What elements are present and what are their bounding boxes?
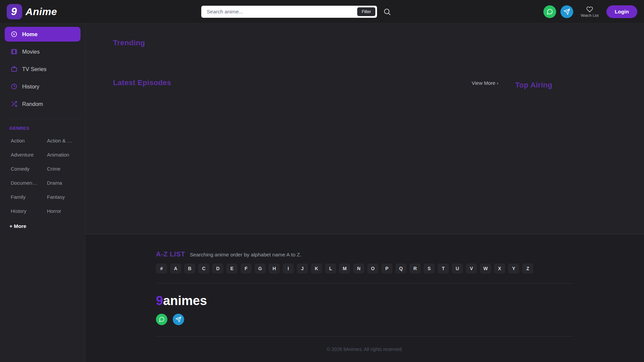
view-more-link[interactable]: View More › xyxy=(472,80,498,86)
az-list-heading: A-Z LIST xyxy=(156,250,185,258)
alphabet-link[interactable]: O xyxy=(367,263,378,274)
sidebar-item-label: History xyxy=(22,83,39,90)
sidebar: HomeMoviesTV SeriesHistoryRandom GENRES … xyxy=(0,23,86,362)
search-bar: Filter xyxy=(201,6,377,18)
alphabet-link[interactable]: L xyxy=(325,263,336,274)
divider xyxy=(156,336,574,337)
copyright-text: © 2026 9Animes. All rights reserved. xyxy=(156,347,574,352)
alphabet-link[interactable]: W xyxy=(480,263,491,274)
latest-episodes-heading: Latest Episodes xyxy=(113,78,171,87)
header: 9 Anime Filter Watch List Login xyxy=(0,0,644,23)
genre-link[interactable]: Comedy xyxy=(11,166,47,172)
top-airing-heading: Top Airing xyxy=(515,81,634,89)
sidebar-nav: HomeMoviesTV SeriesHistoryRandom xyxy=(0,27,85,111)
chat-bubble-icon[interactable] xyxy=(156,314,167,325)
az-list-subtitle: Searching anime order by alphabet name A… xyxy=(190,252,302,258)
alphabet-link[interactable]: Y xyxy=(508,263,519,274)
sidebar-item-home[interactable]: Home xyxy=(5,27,80,42)
alphabet-link[interactable]: P xyxy=(381,263,392,274)
divider xyxy=(5,119,80,119)
logo-9-icon: 9 xyxy=(7,4,22,19)
genre-link[interactable]: Action xyxy=(11,138,47,143)
genre-link[interactable]: Action & … xyxy=(47,138,85,143)
clock-icon xyxy=(11,83,17,90)
alphabet-list: #ABCDEFGHIJKLMNOPQRSTUVWXYZ xyxy=(156,263,574,274)
more-genres-button[interactable]: + More xyxy=(9,223,85,229)
genre-link[interactable]: Drama xyxy=(47,180,85,186)
chat-bubble-icon[interactable] xyxy=(543,5,556,18)
play-circle-icon xyxy=(11,31,17,38)
alphabet-link[interactable]: E xyxy=(226,263,237,274)
genre-link[interactable]: Adventure xyxy=(11,152,47,158)
genre-link[interactable]: Crime xyxy=(47,166,85,172)
alphabet-link[interactable]: Q xyxy=(395,263,407,274)
watch-list-label: Watch List xyxy=(581,13,599,17)
telegram-icon[interactable] xyxy=(560,5,573,18)
footer: A-Z LIST Searching anime order by alphab… xyxy=(86,234,644,362)
login-button[interactable]: Login xyxy=(606,5,637,18)
filter-button[interactable]: Filter xyxy=(357,7,375,16)
genre-link[interactable]: Fantasy xyxy=(47,194,85,200)
search-icon[interactable] xyxy=(383,8,391,16)
sidebar-item-label: Home xyxy=(22,31,38,38)
search-input[interactable] xyxy=(201,9,357,15)
alphabet-link[interactable]: A xyxy=(170,263,181,274)
alphabet-link[interactable]: T xyxy=(438,263,449,274)
sidebar-item-random[interactable]: Random xyxy=(5,97,80,111)
tv-icon xyxy=(11,66,17,72)
search-area: Filter xyxy=(201,6,391,18)
alphabet-link[interactable]: F xyxy=(240,263,252,274)
footer-logo-accent: 9 xyxy=(156,294,163,308)
alphabet-link[interactable]: V xyxy=(466,263,477,274)
genre-link[interactable]: Horror xyxy=(47,208,85,214)
alphabet-link[interactable]: R xyxy=(410,263,421,274)
footer-social xyxy=(156,314,574,325)
footer-logo-text: animes xyxy=(163,294,207,308)
shuffle-icon xyxy=(11,101,17,107)
logo-text: Anime xyxy=(25,6,57,17)
alphabet-link[interactable]: K xyxy=(311,263,322,274)
alphabet-link[interactable]: B xyxy=(184,263,195,274)
divider xyxy=(156,283,574,284)
alphabet-link[interactable]: J xyxy=(297,263,308,274)
alphabet-link[interactable]: I xyxy=(283,263,294,274)
sidebar-item-label: Movies xyxy=(22,49,40,55)
alphabet-link[interactable]: X xyxy=(494,263,505,274)
sidebar-item-history[interactable]: History xyxy=(5,79,80,94)
genre-link[interactable]: Animation xyxy=(47,152,85,158)
watch-list-button[interactable]: Watch List xyxy=(581,6,599,17)
alphabet-link[interactable]: H xyxy=(269,263,280,274)
footer-logo[interactable]: 9animes xyxy=(156,294,574,308)
telegram-icon[interactable] xyxy=(173,314,184,325)
sidebar-item-movies[interactable]: Movies xyxy=(5,44,80,59)
film-icon xyxy=(11,48,17,55)
alphabet-link[interactable]: C xyxy=(198,263,209,274)
alphabet-link[interactable]: M xyxy=(339,263,350,274)
header-actions: Watch List Login xyxy=(543,5,637,18)
trending-heading: Trending xyxy=(113,39,634,47)
sidebar-item-tv-series[interactable]: TV Series xyxy=(5,62,80,76)
site-logo[interactable]: 9 Anime xyxy=(7,4,57,19)
genres-list: ActionAction & …AdventureAnimationComedy… xyxy=(0,138,85,214)
genres-heading: GENRES xyxy=(9,126,85,131)
heart-icon xyxy=(586,6,593,13)
alphabet-link[interactable]: G xyxy=(255,263,266,274)
genre-link[interactable]: Documen… xyxy=(11,180,47,186)
sidebar-item-label: TV Series xyxy=(22,66,46,72)
main-content: Trending Latest Episodes View More › Top… xyxy=(86,23,644,234)
alphabet-link[interactable]: # xyxy=(156,263,167,274)
genre-link[interactable]: Family xyxy=(11,194,47,200)
alphabet-link[interactable]: Z xyxy=(522,263,533,274)
alphabet-link[interactable]: S xyxy=(424,263,435,274)
sidebar-item-label: Random xyxy=(22,101,43,107)
alphabet-link[interactable]: U xyxy=(452,263,463,274)
alphabet-link[interactable]: N xyxy=(353,263,364,274)
genre-link[interactable]: History xyxy=(11,208,47,214)
alphabet-link[interactable]: D xyxy=(212,263,223,274)
